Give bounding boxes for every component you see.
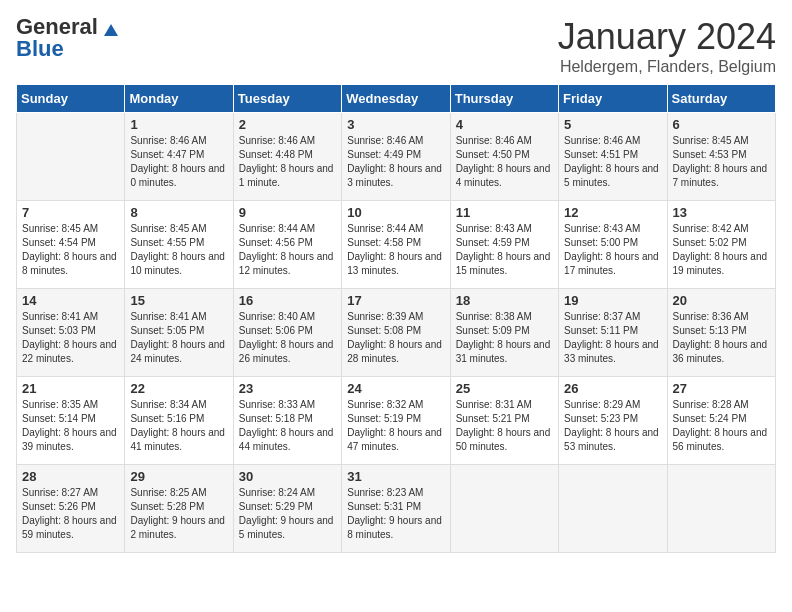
cell-info: Sunrise: 8:29 AMSunset: 5:23 PMDaylight:… [564,398,661,454]
calendar-cell: 4Sunrise: 8:46 AMSunset: 4:50 PMDaylight… [450,113,558,201]
cell-info: Sunrise: 8:46 AMSunset: 4:51 PMDaylight:… [564,134,661,190]
calendar-week-row: 28Sunrise: 8:27 AMSunset: 5:26 PMDayligh… [17,465,776,553]
calendar-cell [17,113,125,201]
logo-blue: Blue [16,36,64,61]
day-number: 17 [347,293,444,308]
cell-info: Sunrise: 8:39 AMSunset: 5:08 PMDaylight:… [347,310,444,366]
cell-info: Sunrise: 8:45 AMSunset: 4:53 PMDaylight:… [673,134,770,190]
calendar-cell: 6Sunrise: 8:45 AMSunset: 4:53 PMDaylight… [667,113,775,201]
calendar-cell: 13Sunrise: 8:42 AMSunset: 5:02 PMDayligh… [667,201,775,289]
day-number: 13 [673,205,770,220]
day-number: 30 [239,469,336,484]
cell-info: Sunrise: 8:24 AMSunset: 5:29 PMDaylight:… [239,486,336,542]
calendar-cell: 20Sunrise: 8:36 AMSunset: 5:13 PMDayligh… [667,289,775,377]
cell-info: Sunrise: 8:28 AMSunset: 5:24 PMDaylight:… [673,398,770,454]
cell-info: Sunrise: 8:42 AMSunset: 5:02 PMDaylight:… [673,222,770,278]
day-header: Saturday [667,85,775,113]
day-number: 20 [673,293,770,308]
day-number: 28 [22,469,119,484]
calendar-cell: 17Sunrise: 8:39 AMSunset: 5:08 PMDayligh… [342,289,450,377]
cell-info: Sunrise: 8:25 AMSunset: 5:28 PMDaylight:… [130,486,227,542]
calendar-week-row: 1Sunrise: 8:46 AMSunset: 4:47 PMDaylight… [17,113,776,201]
day-number: 11 [456,205,553,220]
day-number: 21 [22,381,119,396]
cell-info: Sunrise: 8:45 AMSunset: 4:55 PMDaylight:… [130,222,227,278]
calendar-cell: 8Sunrise: 8:45 AMSunset: 4:55 PMDaylight… [125,201,233,289]
cell-info: Sunrise: 8:46 AMSunset: 4:49 PMDaylight:… [347,134,444,190]
day-number: 8 [130,205,227,220]
cell-info: Sunrise: 8:41 AMSunset: 5:05 PMDaylight:… [130,310,227,366]
day-header: Sunday [17,85,125,113]
calendar-cell: 27Sunrise: 8:28 AMSunset: 5:24 PMDayligh… [667,377,775,465]
cell-info: Sunrise: 8:44 AMSunset: 4:56 PMDaylight:… [239,222,336,278]
cell-info: Sunrise: 8:46 AMSunset: 4:48 PMDaylight:… [239,134,336,190]
calendar-cell: 7Sunrise: 8:45 AMSunset: 4:54 PMDaylight… [17,201,125,289]
cell-info: Sunrise: 8:43 AMSunset: 4:59 PMDaylight:… [456,222,553,278]
cell-info: Sunrise: 8:32 AMSunset: 5:19 PMDaylight:… [347,398,444,454]
day-number: 22 [130,381,227,396]
day-number: 18 [456,293,553,308]
day-number: 16 [239,293,336,308]
calendar-cell: 14Sunrise: 8:41 AMSunset: 5:03 PMDayligh… [17,289,125,377]
calendar-week-row: 14Sunrise: 8:41 AMSunset: 5:03 PMDayligh… [17,289,776,377]
day-number: 3 [347,117,444,132]
cell-info: Sunrise: 8:31 AMSunset: 5:21 PMDaylight:… [456,398,553,454]
day-number: 6 [673,117,770,132]
cell-info: Sunrise: 8:33 AMSunset: 5:18 PMDaylight:… [239,398,336,454]
calendar-cell: 15Sunrise: 8:41 AMSunset: 5:05 PMDayligh… [125,289,233,377]
day-number: 15 [130,293,227,308]
day-header: Tuesday [233,85,341,113]
day-number: 1 [130,117,227,132]
day-header: Monday [125,85,233,113]
day-header: Thursday [450,85,558,113]
calendar-week-row: 21Sunrise: 8:35 AMSunset: 5:14 PMDayligh… [17,377,776,465]
day-number: 2 [239,117,336,132]
cell-info: Sunrise: 8:45 AMSunset: 4:54 PMDaylight:… [22,222,119,278]
calendar-cell: 21Sunrise: 8:35 AMSunset: 5:14 PMDayligh… [17,377,125,465]
calendar-cell: 22Sunrise: 8:34 AMSunset: 5:16 PMDayligh… [125,377,233,465]
page-header: General Blue January 2024 Heldergem, Fla… [16,16,776,76]
cell-info: Sunrise: 8:44 AMSunset: 4:58 PMDaylight:… [347,222,444,278]
calendar-cell: 2Sunrise: 8:46 AMSunset: 4:48 PMDaylight… [233,113,341,201]
calendar-cell: 24Sunrise: 8:32 AMSunset: 5:19 PMDayligh… [342,377,450,465]
day-number: 9 [239,205,336,220]
cell-info: Sunrise: 8:41 AMSunset: 5:03 PMDaylight:… [22,310,119,366]
calendar-cell: 23Sunrise: 8:33 AMSunset: 5:18 PMDayligh… [233,377,341,465]
calendar-cell: 25Sunrise: 8:31 AMSunset: 5:21 PMDayligh… [450,377,558,465]
cell-info: Sunrise: 8:36 AMSunset: 5:13 PMDaylight:… [673,310,770,366]
cell-info: Sunrise: 8:23 AMSunset: 5:31 PMDaylight:… [347,486,444,542]
day-number: 10 [347,205,444,220]
day-number: 23 [239,381,336,396]
logo: General Blue [16,16,118,60]
day-number: 4 [456,117,553,132]
day-number: 12 [564,205,661,220]
calendar-cell [667,465,775,553]
day-number: 29 [130,469,227,484]
calendar-cell: 12Sunrise: 8:43 AMSunset: 5:00 PMDayligh… [559,201,667,289]
calendar-title: January 2024 [558,16,776,58]
calendar-cell: 3Sunrise: 8:46 AMSunset: 4:49 PMDaylight… [342,113,450,201]
day-number: 26 [564,381,661,396]
day-number: 24 [347,381,444,396]
cell-info: Sunrise: 8:37 AMSunset: 5:11 PMDaylight:… [564,310,661,366]
day-header: Wednesday [342,85,450,113]
calendar-cell [450,465,558,553]
cell-info: Sunrise: 8:35 AMSunset: 5:14 PMDaylight:… [22,398,119,454]
calendar-subtitle: Heldergem, Flanders, Belgium [558,58,776,76]
cell-info: Sunrise: 8:40 AMSunset: 5:06 PMDaylight:… [239,310,336,366]
calendar-table: SundayMondayTuesdayWednesdayThursdayFrid… [16,84,776,553]
day-number: 31 [347,469,444,484]
calendar-cell: 28Sunrise: 8:27 AMSunset: 5:26 PMDayligh… [17,465,125,553]
cell-info: Sunrise: 8:43 AMSunset: 5:00 PMDaylight:… [564,222,661,278]
cell-info: Sunrise: 8:46 AMSunset: 4:50 PMDaylight:… [456,134,553,190]
cell-info: Sunrise: 8:27 AMSunset: 5:26 PMDaylight:… [22,486,119,542]
calendar-cell: 31Sunrise: 8:23 AMSunset: 5:31 PMDayligh… [342,465,450,553]
calendar-cell: 19Sunrise: 8:37 AMSunset: 5:11 PMDayligh… [559,289,667,377]
day-number: 27 [673,381,770,396]
calendar-cell: 18Sunrise: 8:38 AMSunset: 5:09 PMDayligh… [450,289,558,377]
calendar-cell: 5Sunrise: 8:46 AMSunset: 4:51 PMDaylight… [559,113,667,201]
day-number: 19 [564,293,661,308]
day-header: Friday [559,85,667,113]
title-block: January 2024 Heldergem, Flanders, Belgiu… [558,16,776,76]
day-number: 25 [456,381,553,396]
